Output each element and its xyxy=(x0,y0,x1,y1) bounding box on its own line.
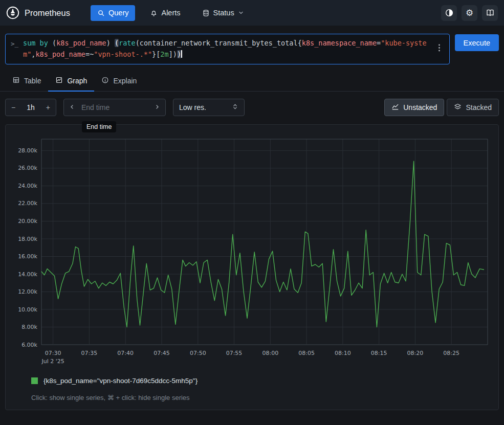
svg-text:08:15: 08:15 xyxy=(371,350,387,356)
nav-query-button[interactable]: Query xyxy=(91,5,136,21)
chevron-down-icon xyxy=(238,10,244,16)
terminal-prompt-icon: >_ xyxy=(11,38,18,48)
settings-button[interactable]: ⚙ xyxy=(462,5,477,21)
tab-graph[interactable]: Graph xyxy=(48,72,94,92)
prometheus-logo-icon xyxy=(6,6,19,19)
range-increase-button[interactable]: + xyxy=(40,103,56,111)
query-expression[interactable]: sum by (k8s_pod_name) (rate(container_ne… xyxy=(23,38,430,60)
svg-text:14.00k: 14.00k xyxy=(18,271,37,277)
navbar: Prometheus Query Alerts Status xyxy=(0,0,504,26)
gear-icon: ⚙ xyxy=(466,8,473,18)
legend-label: {k8s_pod_name="vpn-shoot-7d69c5ddcc-5mh5… xyxy=(43,377,198,385)
tab-bar: Table Graph Explain xyxy=(0,72,504,92)
chevron-right-icon[interactable] xyxy=(149,103,165,111)
graph-controls: − 1h + Low res. Unstacked xyxy=(0,92,504,123)
theme-toggle-button[interactable] xyxy=(441,5,457,21)
svg-text:10.00k: 10.00k xyxy=(18,306,37,312)
chart-area: 6.00k8.00k10.00k12.00k14.00k16.00k18.00k… xyxy=(12,134,493,369)
stacked-label: Stacked xyxy=(466,103,492,111)
graph-panel: 6.00k8.00k10.00k12.00k14.00k16.00k18.00k… xyxy=(5,124,499,410)
svg-text:24.00k: 24.00k xyxy=(18,183,37,189)
book-icon xyxy=(486,8,495,17)
contrast-icon xyxy=(445,8,454,17)
end-time-input[interactable] xyxy=(80,103,149,112)
svg-text:07:40: 07:40 xyxy=(117,350,134,356)
tab-explain-label: Explain xyxy=(113,77,137,85)
page-title: Prometheus xyxy=(25,8,70,18)
range-value[interactable]: 1h xyxy=(21,103,40,111)
svg-text:07:35: 07:35 xyxy=(81,350,98,356)
selector-updown-icon xyxy=(232,103,238,111)
tab-graph-label: Graph xyxy=(67,77,87,85)
resolution-value: Low res. xyxy=(179,103,206,111)
nav-status-button[interactable]: Status xyxy=(195,5,251,21)
tab-explain[interactable]: Explain xyxy=(94,72,144,92)
svg-text:08:05: 08:05 xyxy=(298,350,315,356)
query-row: >_ sum by (k8s_pod_name) (rate(container… xyxy=(0,26,504,64)
graph-icon xyxy=(55,76,63,85)
nav-alerts-button[interactable]: Alerts xyxy=(143,5,187,21)
range-decrease-button[interactable]: − xyxy=(6,103,21,111)
svg-text:Jul 2 '25: Jul 2 '25 xyxy=(41,358,64,365)
nav-status-label: Status xyxy=(213,9,234,17)
svg-text:26.00k: 26.00k xyxy=(18,165,37,171)
svg-text:08:10: 08:10 xyxy=(335,350,351,356)
bell-icon xyxy=(150,9,158,17)
svg-text:6.00k: 6.00k xyxy=(21,341,37,348)
stacking-toggle: Unstacked Stacked xyxy=(384,99,499,116)
svg-text:07:50: 07:50 xyxy=(190,350,206,356)
end-time-picker xyxy=(63,99,166,116)
tab-table[interactable]: Table xyxy=(5,72,48,92)
brand[interactable]: Prometheus xyxy=(6,6,70,19)
legend-help-text: Click: show single series, ⌘ + click: hi… xyxy=(12,386,492,405)
unstacked-label: Unstacked xyxy=(403,103,437,111)
stacked-button[interactable]: Stacked xyxy=(447,99,499,116)
resolution-select[interactable]: Low res. xyxy=(173,99,245,116)
range-selector: − 1h + xyxy=(5,99,56,116)
info-icon xyxy=(101,76,109,85)
table-icon xyxy=(12,76,20,85)
svg-text:08:00: 08:00 xyxy=(262,350,278,356)
nav-alerts-label: Alerts xyxy=(161,9,180,17)
database-icon xyxy=(202,9,210,17)
tab-table-label: Table xyxy=(24,77,41,85)
legend-swatch xyxy=(31,377,38,384)
search-icon xyxy=(97,9,105,17)
docs-button[interactable] xyxy=(482,5,498,21)
svg-text:16.00k: 16.00k xyxy=(18,253,37,260)
svg-text:28.00k: 28.00k xyxy=(18,147,37,154)
execute-button[interactable]: Execute xyxy=(455,34,499,51)
legend-item[interactable]: {k8s_pod_name="vpn-shoot-7d69c5ddcc-5mh5… xyxy=(12,369,492,386)
svg-text:08:25: 08:25 xyxy=(443,350,459,356)
svg-text:07:30: 07:30 xyxy=(45,350,61,356)
end-time-tooltip: End time xyxy=(82,121,116,132)
chevron-left-icon[interactable] xyxy=(64,103,80,111)
svg-text:20.00k: 20.00k xyxy=(18,218,37,225)
stacked-icon xyxy=(454,103,462,112)
nav-query-label: Query xyxy=(108,9,129,17)
svg-text:8.00k: 8.00k xyxy=(21,324,37,330)
kebab-menu-icon[interactable] xyxy=(434,42,444,55)
svg-text:07:55: 07:55 xyxy=(226,350,243,356)
unstacked-button[interactable]: Unstacked xyxy=(384,99,444,116)
svg-text:07:45: 07:45 xyxy=(154,350,170,356)
svg-text:18.00k: 18.00k xyxy=(18,235,37,242)
text-cursor xyxy=(181,50,182,58)
unstacked-icon xyxy=(391,103,399,112)
query-input[interactable]: >_ sum by (k8s_pod_name) (rate(container… xyxy=(5,34,450,64)
svg-text:12.00k: 12.00k xyxy=(18,288,37,295)
chart-svg[interactable]: 6.00k8.00k10.00k12.00k14.00k16.00k18.00k… xyxy=(12,134,493,367)
svg-text:08:20: 08:20 xyxy=(407,350,424,356)
svg-text:22.00k: 22.00k xyxy=(18,200,37,207)
